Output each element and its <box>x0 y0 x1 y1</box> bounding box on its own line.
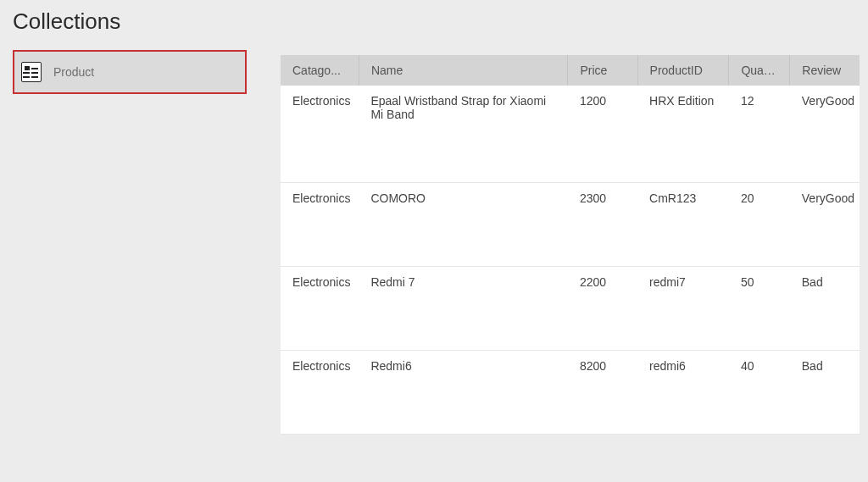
column-header-quantity[interactable]: Quan... <box>729 55 790 86</box>
cell-productid: redmi7 <box>637 267 729 351</box>
cell-quantity: 12 <box>729 86 790 183</box>
cell-category: Electronics <box>281 183 359 267</box>
cell-category: Electronics <box>281 267 359 351</box>
table-icon <box>21 62 42 82</box>
table-row[interactable]: Electronics Redmi 7 2200 redmi7 50 Bad <box>281 267 860 351</box>
collection-item-label: Product <box>53 65 94 79</box>
collections-sidebar: Product <box>13 50 247 435</box>
cell-quantity: 40 <box>729 351 790 435</box>
cell-name: COMORO <box>359 183 567 267</box>
table-area: Catago... Name Price ProductID Quan... R… <box>281 55 868 435</box>
column-header-price[interactable]: Price <box>568 55 637 86</box>
cell-category: Electronics <box>281 86 359 183</box>
cell-price: 1200 <box>568 86 637 183</box>
table-row[interactable]: Electronics Redmi6 8200 redmi6 40 Bad <box>281 351 860 435</box>
cell-price: 2300 <box>568 183 637 267</box>
cell-review: VeryGood <box>790 183 860 267</box>
column-header-productid[interactable]: ProductID <box>637 55 729 86</box>
cell-name: Redmi6 <box>359 351 567 435</box>
cell-productid: CmR123 <box>637 183 729 267</box>
cell-price: 8200 <box>568 351 637 435</box>
cell-name: Epaal Wristband Strap for Xiaomi Mi Band <box>359 86 567 183</box>
cell-name: Redmi 7 <box>359 267 567 351</box>
cell-price: 2200 <box>568 267 637 351</box>
content-area: Product Catago... Name Price ProductID Q… <box>0 50 868 435</box>
data-table: Catago... Name Price ProductID Quan... R… <box>281 55 860 435</box>
cell-productid: redmi6 <box>637 351 729 435</box>
table-row[interactable]: Electronics COMORO 2300 CmR123 20 VeryGo… <box>281 183 860 267</box>
cell-quantity: 50 <box>729 267 790 351</box>
column-header-category[interactable]: Catago... <box>281 55 359 86</box>
collection-item-product[interactable]: Product <box>13 50 247 94</box>
cell-review: Bad <box>790 351 860 435</box>
table-header-row: Catago... Name Price ProductID Quan... R… <box>281 55 860 86</box>
cell-quantity: 20 <box>729 183 790 267</box>
cell-review: Bad <box>790 267 860 351</box>
column-header-review[interactable]: Review <box>790 55 860 86</box>
cell-productid: HRX Edition <box>637 86 729 183</box>
cell-review: VeryGood <box>790 86 860 183</box>
table-row[interactable]: Electronics Epaal Wristband Strap for Xi… <box>281 86 860 183</box>
column-header-name[interactable]: Name <box>359 55 567 86</box>
page-title: Collections <box>0 0 868 50</box>
cell-category: Electronics <box>281 351 359 435</box>
